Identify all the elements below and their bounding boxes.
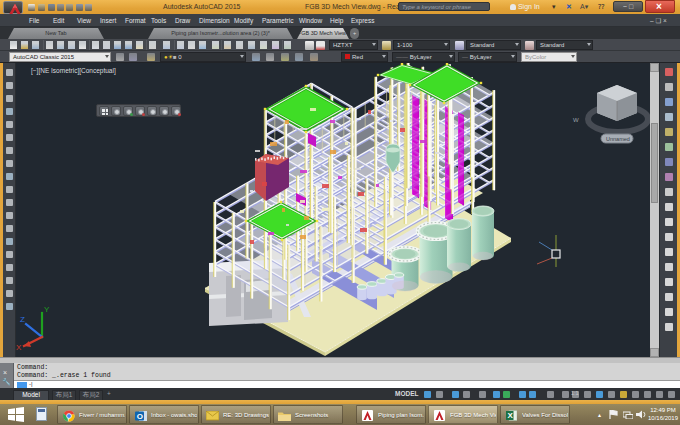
svg-text:Unnamed: Unnamed <box>606 136 630 142</box>
svg-text:Z: Z <box>20 315 25 324</box>
svg-text:O: O <box>137 411 143 420</box>
svg-text:Y: Y <box>44 305 50 314</box>
svg-text:X: X <box>508 411 514 420</box>
svg-text:X: X <box>16 343 22 352</box>
svg-text:W: W <box>573 117 579 123</box>
